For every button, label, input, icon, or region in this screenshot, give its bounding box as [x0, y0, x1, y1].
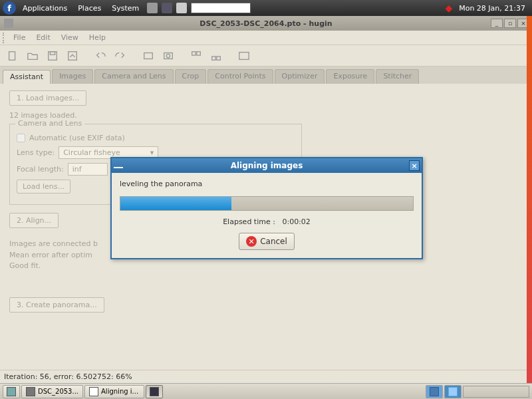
show-desktop-button[interactable] [3, 385, 20, 398]
workspace-switcher[interactable] [426, 385, 443, 398]
progress-bar [120, 196, 414, 211]
progress-fill [120, 197, 231, 210]
dialog-minimize-icon[interactable] [114, 162, 123, 168]
elapsed-value: 0:00:02 [282, 217, 310, 226]
dialog-title-text: Aligning images [231, 161, 303, 170]
dialog-titlebar: Aligning images × [112, 158, 422, 173]
trash-area[interactable] [463, 386, 529, 398]
taskbar-item-terminal[interactable] [146, 385, 163, 398]
elapsed-time: Elapsed time : 0:00:02 [120, 217, 414, 226]
cancel-label: Cancel [260, 237, 287, 246]
taskbar-item-label: DSC_2053... [38, 388, 78, 395]
gnome-bottom-panel: DSC_2053... Aligning i... [0, 383, 532, 399]
taskbar-item-label: Aligning i... [101, 388, 138, 395]
dialog-message: leveling the panorama [120, 180, 414, 188]
cancel-button[interactable]: ✕ Cancel [239, 233, 295, 250]
taskbar-item[interactable]: Aligning i... [84, 385, 144, 398]
taskbar-item[interactable]: DSC_2053... [21, 385, 83, 398]
workspace-switcher[interactable] [444, 385, 462, 398]
elapsed-label: Elapsed time : [223, 217, 275, 226]
dialog-close-button[interactable]: × [409, 160, 420, 171]
modal-overlay: Aligning images × leveling the panorama … [0, 0, 532, 399]
aligning-dialog: Aligning images × leveling the panorama … [110, 157, 423, 259]
cancel-icon: ✕ [246, 236, 257, 247]
